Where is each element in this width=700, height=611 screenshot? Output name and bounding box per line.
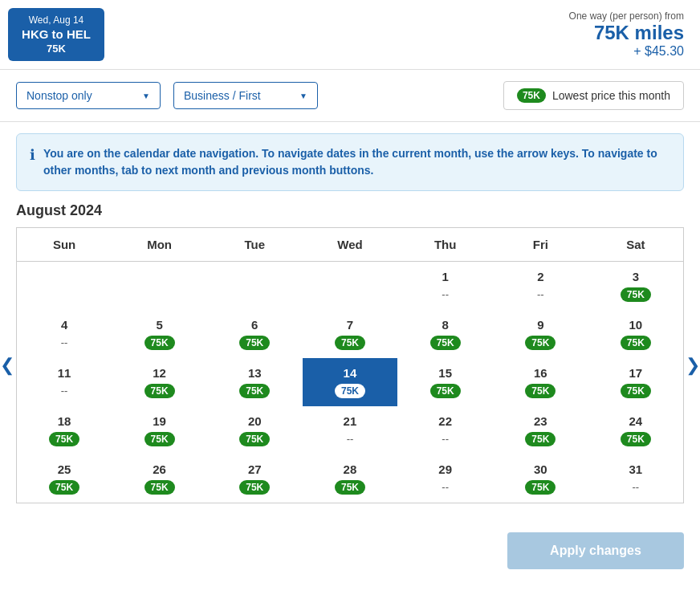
day-number: 13 xyxy=(212,366,298,380)
flight-badge: Wed, Aug 14 HKG to HEL 75K xyxy=(8,8,104,61)
day-no-price: -- xyxy=(61,336,68,348)
calendar-wrapper: ❮ SunMonTueWedThuFriSat 1--2--375K4--575… xyxy=(16,227,684,503)
calendar-day-cell[interactable]: 575K xyxy=(112,310,207,358)
calendar-body: 1--2--375K4--575K675K775K875K975K1075K11… xyxy=(17,262,684,503)
day-number: 30 xyxy=(498,462,584,476)
day-number: 1 xyxy=(402,270,488,283)
price-from-label: One way (per person) from xyxy=(569,10,684,22)
day-price-badge: 75K xyxy=(525,480,556,495)
calendar-day-cell[interactable]: 2675K xyxy=(112,454,207,503)
calendar-day-header: Sat xyxy=(588,228,684,262)
day-number: 20 xyxy=(212,414,298,428)
day-price-badge: 75K xyxy=(144,480,175,495)
day-number: 9 xyxy=(498,318,584,332)
calendar-day-cell[interactable]: 675K xyxy=(207,310,303,358)
calendar-day-cell[interactable]: 875K xyxy=(397,310,493,358)
calendar-day-cell[interactable]: 2-- xyxy=(493,262,588,311)
calendar-day-cell[interactable]: 2875K xyxy=(303,454,398,503)
day-no-price: -- xyxy=(61,385,68,397)
calendar-day-cell[interactable]: 775K xyxy=(303,310,398,358)
calendar-table: SunMonTueWedThuFriSat 1--2--375K4--575K6… xyxy=(16,227,684,503)
day-number: 2 xyxy=(498,270,584,283)
day-no-price: -- xyxy=(442,288,449,300)
day-no-price: -- xyxy=(442,433,449,445)
calendar-day-cell[interactable]: 1075K xyxy=(588,310,684,358)
price-cash: + $45.30 xyxy=(569,44,684,59)
calendar-day-cell xyxy=(17,262,112,311)
calendar-day-cell xyxy=(112,262,207,311)
calendar-day-cell[interactable]: 31-- xyxy=(588,454,684,503)
calendar-day-cell[interactable]: 2475K xyxy=(588,406,684,454)
day-number: 17 xyxy=(593,366,678,380)
lowest-price-badge: 75K Lowest price this month xyxy=(503,81,684,110)
calendar-day-cell[interactable]: 1975K xyxy=(112,406,207,454)
day-price-badge: 75K xyxy=(335,480,365,495)
day-price-badge: 75K xyxy=(49,480,79,495)
day-number: 21 xyxy=(307,414,393,428)
prev-month-button[interactable]: ❮ xyxy=(0,347,22,384)
calendar-day-cell[interactable]: 2575K xyxy=(17,454,112,503)
calendar-day-cell[interactable]: 3075K xyxy=(493,454,588,503)
lowest-price-badge-amount: 75K xyxy=(517,88,546,103)
day-no-price: -- xyxy=(442,481,449,493)
calendar-day-cell[interactable]: 4-- xyxy=(17,310,112,358)
calendar-day-cell[interactable]: 29-- xyxy=(397,454,493,503)
day-price-badge: 75K xyxy=(525,384,556,398)
day-price-badge: 75K xyxy=(144,336,175,350)
day-price-badge: 75K xyxy=(49,432,79,446)
day-number: 3 xyxy=(593,270,678,283)
calendar-day-cell[interactable]: 1875K xyxy=(17,406,112,454)
day-price-badge: 75K xyxy=(621,287,651,302)
calendar-day-cell[interactable]: 1675K xyxy=(493,358,588,406)
day-no-price: -- xyxy=(537,288,544,300)
day-price-badge: 75K xyxy=(430,384,461,398)
calendar-day-header: Wed xyxy=(303,228,398,262)
day-number: 6 xyxy=(212,318,298,332)
next-month-button[interactable]: ❯ xyxy=(678,347,700,384)
day-number: 8 xyxy=(402,318,488,332)
day-price-badge: 75K xyxy=(621,384,651,398)
calendar-day-header: Tue xyxy=(207,228,303,262)
lowest-price-label: Lowest price this month xyxy=(552,89,670,102)
calendar-day-cell[interactable]: 1575K xyxy=(397,358,493,406)
day-number: 22 xyxy=(402,414,488,428)
flight-miles: 75K xyxy=(19,43,93,55)
calendar-day-cell[interactable]: 21-- xyxy=(303,406,398,454)
apply-changes-button[interactable]: Apply changes xyxy=(507,532,684,569)
day-price-badge: 75K xyxy=(239,480,270,495)
calendar-day-cell[interactable]: 22-- xyxy=(397,406,493,454)
calendar-day-cell[interactable]: 1375K xyxy=(207,358,303,406)
header-bar: Wed, Aug 14 HKG to HEL 75K One way (per … xyxy=(0,0,700,70)
day-number: 19 xyxy=(116,414,202,428)
calendar-day-cell[interactable]: 2775K xyxy=(207,454,303,503)
calendar-day-cell[interactable]: 975K xyxy=(493,310,588,358)
calendar-day-cell[interactable]: 2075K xyxy=(207,406,303,454)
cabin-filter[interactable]: Business / First ▼ xyxy=(173,82,318,109)
day-number: 5 xyxy=(116,318,202,332)
price-info: One way (per person) from 75K miles + $4… xyxy=(569,10,684,59)
calendar-day-cell[interactable]: 1-- xyxy=(397,262,493,311)
day-price-badge: 75K xyxy=(621,336,651,350)
calendar-day-cell[interactable]: 1475K xyxy=(303,358,398,406)
calendar-day-cell[interactable]: 11-- xyxy=(17,358,112,406)
cabin-filter-label: Business / First xyxy=(184,89,261,102)
stop-filter[interactable]: Nonstop only ▼ xyxy=(16,82,161,109)
filter-bar: Nonstop only ▼ Business / First ▼ 75K Lo… xyxy=(0,70,700,122)
day-price-badge: 75K xyxy=(239,384,270,398)
day-number: 29 xyxy=(402,462,488,476)
calendar-day-cell[interactable]: 1275K xyxy=(112,358,207,406)
day-number: 27 xyxy=(212,462,298,476)
day-no-price: -- xyxy=(633,481,640,493)
flight-route: HKG to HEL xyxy=(19,27,93,41)
day-number: 11 xyxy=(22,366,107,380)
day-price-badge: 75K xyxy=(525,336,556,350)
day-price-badge: 75K xyxy=(239,432,270,446)
flight-date: Wed, Aug 14 xyxy=(19,14,93,26)
day-number: 31 xyxy=(593,462,678,476)
day-price-badge: 75K xyxy=(144,432,175,446)
cabin-filter-arrow: ▼ xyxy=(299,92,307,100)
calendar-day-cell[interactable]: 375K xyxy=(588,262,684,311)
calendar-day-cell[interactable]: 2375K xyxy=(493,406,588,454)
calendar-day-cell[interactable]: 1775K xyxy=(588,358,684,406)
info-text: You are on the calendar date navigation.… xyxy=(43,145,670,179)
